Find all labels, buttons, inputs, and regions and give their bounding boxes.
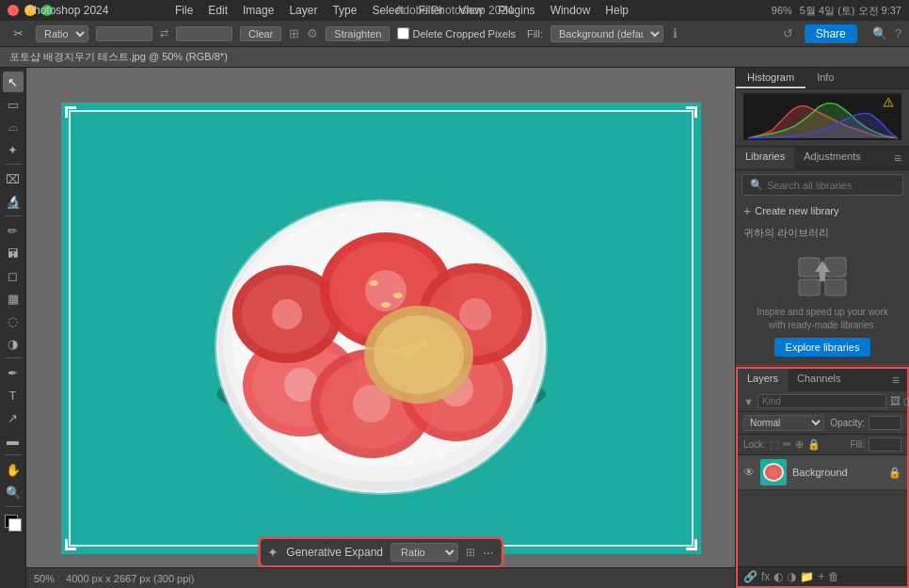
link-layers-icon[interactable]: 🔗 — [743, 570, 758, 583]
layer-visibility-icon[interactable]: 👁 — [743, 466, 755, 479]
separator-2 — [5, 215, 22, 216]
shape-tool[interactable]: ▬ — [3, 430, 24, 451]
plus-icon: + — [743, 203, 751, 218]
lock-position-icon[interactable]: ✏ — [783, 438, 791, 451]
menu-layer[interactable]: Layer — [289, 4, 317, 17]
fill-input[interactable]: 100% — [869, 437, 901, 452]
add-layer-icon[interactable]: + — [818, 570, 824, 583]
library-empty-state: Inspire and speed up your work with read… — [736, 244, 909, 366]
menu-help[interactable]: Help — [605, 4, 629, 17]
search-icon[interactable]: 🔍 — [872, 26, 887, 40]
add-mask-icon[interactable]: ◐ — [773, 570, 783, 583]
delete-cropped-checkbox[interactable]: Delete Cropped Pixels — [397, 27, 515, 40]
layers-filter-row: ▼ 🖼 ◑ T ♦ ✦ ◯ — [738, 391, 907, 412]
info-tab[interactable]: Info — [805, 68, 845, 88]
svg-rect-33 — [825, 258, 846, 277]
separator-4 — [5, 454, 22, 455]
options-bar: ✂ Ratio ⇄ Clear ⊞ ⚙ Straighten Delete Cr… — [0, 21, 909, 47]
zoom-tool[interactable]: 🔍 — [3, 482, 24, 502]
eyedropper-tool[interactable]: 🔬 — [3, 191, 24, 212]
app-name: Photoshop 2024 — [26, 4, 108, 17]
menu-file[interactable]: File — [175, 4, 193, 17]
svg-point-16 — [272, 299, 302, 329]
clear-button[interactable]: Clear — [240, 26, 281, 41]
add-style-icon[interactable]: fx — [761, 570, 770, 583]
document-tab[interactable]: 포토샵 배경지우기 테스트.jpg @ 50% (RGB/8*) — [0, 47, 909, 68]
fill-label: Fill: — [527, 28, 543, 40]
histogram-tab[interactable]: Histogram — [736, 68, 805, 88]
create-library-button[interactable]: + Create new library — [736, 199, 909, 222]
library-search-input[interactable] — [767, 180, 895, 191]
close-button[interactable] — [8, 5, 19, 16]
library-search-box[interactable]: 🔍 — [742, 174, 903, 196]
gen-expand-more-button[interactable]: ··· — [483, 545, 494, 560]
swap-icon[interactable]: ⇄ — [160, 27, 168, 40]
svg-point-27 — [374, 315, 464, 394]
ratio-height-input[interactable] — [176, 26, 232, 41]
library-description: Inspire and speed up your work with read… — [747, 306, 898, 332]
menu-window[interactable]: Window — [550, 4, 591, 17]
opacity-input[interactable]: 100% — [869, 416, 901, 430]
menu-type[interactable]: Type — [332, 4, 357, 17]
panel-menu-icon[interactable]: ≡ — [886, 147, 909, 169]
menu-image[interactable]: Image — [243, 4, 274, 17]
layers-tab[interactable]: Layers — [738, 369, 788, 391]
pixel-filter-icon[interactable]: 🖼 — [890, 395, 901, 407]
separator-3 — [5, 358, 22, 358]
library-name: 귀하의 라이브러리 — [736, 222, 909, 244]
libraries-tab[interactable]: Libraries — [736, 147, 794, 169]
path-select-tool[interactable]: ↗ — [3, 407, 24, 428]
share-button[interactable]: Share — [805, 24, 857, 43]
straighten-button[interactable]: Straighten — [326, 26, 390, 41]
select-tool[interactable]: ▭ — [3, 94, 24, 115]
ratio-width-input[interactable] — [96, 26, 152, 41]
pen-tool[interactable]: ✒ — [3, 362, 24, 383]
help-icon[interactable]: ? — [895, 26, 901, 40]
battery-level: 96% — [772, 5, 792, 16]
explore-libraries-button[interactable]: Explore libraries — [774, 338, 871, 357]
layer-lock-row: Lock: ⬚ ✏ ⊕ 🔒 Fill: 100% — [738, 435, 907, 455]
eraser-tool[interactable]: ◻ — [3, 265, 24, 286]
layers-list: 👁 Background 🔒 — [738, 455, 907, 566]
brush-tool[interactable]: ✏ — [3, 220, 24, 241]
table-row[interactable]: 👁 Background 🔒 — [738, 455, 907, 490]
dodge-tool[interactable]: ◑ — [3, 333, 24, 354]
undo-icon[interactable]: ↺ — [783, 26, 793, 40]
crop-tool-icon[interactable]: ✂ — [8, 24, 28, 44]
move-tool[interactable]: ↖ — [3, 72, 24, 92]
channels-tab[interactable]: Channels — [788, 369, 850, 391]
fill-label: Fill: — [850, 439, 865, 450]
lock-artboard-icon[interactable]: ⊕ — [795, 438, 804, 451]
toolbar-left: ↖ ▭ ⌓ ✦ ⌧ 🔬 ✏ 🖬 ◻ ▦ ◌ ◑ ✒ T ↗ ▬ ✋ 🔍 — [0, 68, 26, 588]
hand-tool[interactable]: ✋ — [3, 459, 24, 480]
adj-filter-icon[interactable]: ◑ — [903, 395, 909, 407]
histogram-tabs: Histogram Info — [736, 68, 909, 89]
add-group-icon[interactable]: 📁 — [800, 570, 814, 583]
document-filename: 포토샵 배경지우기 테스트.jpg @ 50% (RGB/8*) — [9, 50, 228, 64]
lock-label: Lock: — [743, 439, 766, 450]
blend-mode-select[interactable]: Normal — [743, 415, 824, 431]
text-tool[interactable]: T — [3, 385, 24, 405]
opacity-row: Opacity: 100% — [830, 416, 901, 430]
adjustment-layer-icon[interactable]: ◑ — [787, 570, 796, 583]
ratio-select[interactable]: Ratio — [36, 25, 88, 42]
menu-edit[interactable]: Edit — [208, 4, 228, 17]
layers-menu-icon[interactable]: ≡ — [885, 369, 907, 391]
lock-pixels-icon[interactable]: ⬚ — [770, 438, 779, 451]
lock-all-icon[interactable]: 🔒 — [807, 438, 821, 451]
stamp-tool[interactable]: 🖬 — [3, 243, 24, 263]
crop-tool[interactable]: ⌧ — [3, 168, 24, 189]
library-tabs: Libraries Adjustments ≡ — [736, 147, 909, 170]
fill-select[interactable]: Background (default) — [550, 25, 663, 42]
layers-search-input[interactable] — [758, 394, 886, 408]
magic-wand-tool[interactable]: ✦ — [3, 139, 24, 160]
adjustments-tab[interactable]: Adjustments — [794, 147, 870, 169]
filter-icon: ▼ — [743, 396, 754, 407]
lasso-tool[interactable]: ⌓ — [3, 117, 24, 137]
gradient-tool[interactable]: ▦ — [3, 288, 24, 309]
blur-tool[interactable]: ◌ — [3, 310, 24, 331]
delete-layer-icon[interactable]: 🗑 — [828, 570, 839, 583]
canvas-area[interactable]: ✦ Generative Expand Ratio 1:1 4:3 16:9 C… — [26, 68, 735, 588]
fg-bg-color[interactable] — [3, 513, 24, 533]
gen-expand-ratio-select[interactable]: Ratio 1:1 4:3 16:9 Custom — [391, 543, 458, 562]
